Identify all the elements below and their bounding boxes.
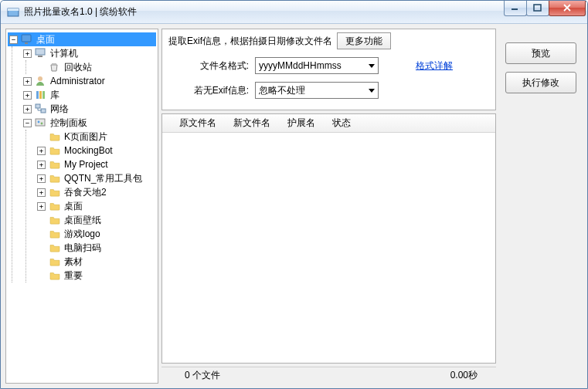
svg-rect-2	[512, 8, 518, 10]
noexif-combo[interactable]: 忽略不处理	[255, 82, 379, 99]
folder-icon	[49, 255, 61, 268]
tree-label: 桌面壁纸	[64, 214, 101, 227]
noexif-label: 若无Exif信息:	[172, 84, 249, 97]
svg-point-9	[38, 76, 42, 81]
svg-rect-13	[36, 104, 40, 108]
svg-rect-12	[42, 91, 45, 99]
folder-icon	[49, 144, 61, 157]
tree-node-folder[interactable]: K页面图片	[36, 130, 156, 144]
recycle-icon	[49, 61, 61, 73]
file-list[interactable]: 原文件名 新文件名 护展名 状态	[161, 113, 496, 364]
folder-icon	[49, 158, 61, 171]
svg-rect-1	[8, 8, 19, 11]
network-icon	[35, 103, 47, 115]
maximize-button[interactable]	[526, 1, 549, 16]
tree-node-folder[interactable]: +QQTN_常用工具包	[36, 171, 156, 185]
tree-node-network[interactable]: + 网络	[22, 102, 156, 116]
svg-rect-10	[36, 91, 39, 99]
tree-node-recycle[interactable]: 回收站	[36, 60, 156, 74]
svg-rect-11	[39, 91, 42, 99]
folder-icon	[49, 214, 61, 226]
col-new[interactable]: 新文件名	[233, 117, 270, 130]
expand-icon[interactable]: +	[37, 147, 46, 155]
folder-icon	[49, 242, 61, 254]
panel-description: 提取Exif信息，根据拍摄日期修改文件名	[168, 33, 332, 49]
tree-label: 游戏logo	[64, 228, 100, 241]
expand-icon[interactable]: +	[23, 49, 32, 58]
tree-label: 桌面	[36, 33, 55, 46]
expand-icon[interactable]: +	[37, 188, 46, 197]
tree-label: 素材	[64, 255, 83, 269]
folder-tree[interactable]: − 桌面 + 计算机 回收站	[5, 29, 158, 384]
folder-icon	[49, 200, 61, 212]
svg-rect-3	[534, 5, 541, 11]
tree-node-admin[interactable]: + Administrator	[22, 74, 156, 88]
tree-label: 重要	[64, 269, 83, 282]
tree-label: MockingBot	[64, 145, 113, 156]
tree-node-folder[interactable]: 重要	[36, 269, 156, 282]
svg-rect-15	[36, 119, 45, 126]
col-original[interactable]: 原文件名	[179, 117, 216, 130]
tree-node-folder[interactable]: +桌面	[36, 199, 156, 213]
computer-icon	[35, 47, 47, 59]
col-ext[interactable]: 护展名	[287, 117, 315, 130]
svg-rect-6	[36, 49, 45, 55]
folder-icon	[49, 186, 61, 198]
status-bar: 0 个文件 0.00秒	[161, 367, 496, 384]
svg-rect-8	[52, 63, 56, 65]
controlpanel-icon	[35, 117, 47, 129]
execute-button[interactable]: 执行修改	[505, 72, 576, 93]
tree-node-folder[interactable]: 素材	[36, 255, 156, 269]
expand-icon[interactable]: +	[23, 91, 32, 100]
collapse-icon[interactable]: −	[9, 36, 18, 44]
tree-node-folder[interactable]: 电脑扫码	[36, 241, 156, 255]
more-functions-button[interactable]: 更多功能	[337, 32, 391, 49]
chevron-down-icon	[369, 64, 375, 68]
tree-node-controlpanel[interactable]: − 控制面板	[22, 116, 156, 130]
tree-label: My Project	[64, 159, 108, 170]
tree-node-folder[interactable]: +MockingBot	[36, 144, 156, 157]
tree-node-library[interactable]: + 库	[22, 88, 156, 102]
tree-label: 桌面	[64, 200, 83, 213]
tree-node-folder[interactable]: +吞食天地2	[36, 185, 156, 199]
svg-point-16	[38, 121, 40, 123]
tree-node-folder[interactable]: +My Project	[36, 157, 156, 171]
svg-rect-5	[25, 42, 28, 44]
folder-icon	[49, 172, 61, 184]
app-icon	[7, 6, 19, 19]
user-icon	[35, 75, 47, 87]
collapse-icon[interactable]: −	[23, 119, 32, 127]
format-help-link[interactable]: 格式详解	[416, 59, 453, 73]
titlebar: 照片批量改名1.0 | 缤纷软件	[1, 1, 587, 24]
tree-node-desktop[interactable]: − 桌面	[8, 32, 156, 46]
format-label: 文件名格式:	[172, 59, 249, 73]
settings-panel: 提取Exif信息，根据拍摄日期修改文件名 更多功能 文件名格式: yyyyMMd…	[161, 29, 496, 110]
folder-icon	[49, 130, 61, 143]
tree-label: QQTN_常用工具包	[64, 172, 142, 185]
tree-node-computer[interactable]: + 计算机	[22, 46, 156, 60]
tree-label: 吞食天地2	[64, 186, 107, 199]
tree-node-folder[interactable]: 桌面壁纸	[36, 213, 156, 227]
expand-icon[interactable]: +	[37, 161, 46, 169]
svg-point-17	[41, 123, 43, 125]
svg-rect-7	[38, 56, 42, 57]
preview-button[interactable]: 预览	[505, 42, 576, 64]
action-panel: 预览 执行修改	[499, 29, 583, 384]
tree-label: 电脑扫码	[64, 242, 101, 255]
expand-icon[interactable]: +	[37, 174, 46, 183]
list-body	[162, 133, 495, 363]
chevron-down-icon	[369, 89, 375, 93]
folder-icon	[49, 269, 61, 282]
expand-icon[interactable]: +	[37, 202, 46, 211]
expand-icon[interactable]: +	[23, 77, 32, 86]
col-status[interactable]: 状态	[332, 117, 351, 130]
folder-icon	[49, 228, 61, 240]
svg-rect-4	[22, 35, 31, 42]
minimize-button[interactable]	[504, 1, 527, 16]
window-title: 照片批量改名1.0 | 缤纷软件	[24, 5, 505, 19]
tree-node-folder[interactable]: 游戏logo	[36, 227, 156, 241]
close-button[interactable]	[549, 1, 586, 16]
expand-icon[interactable]: +	[23, 105, 32, 113]
filename-format-combo[interactable]: yyyyMMddHHmmss	[255, 57, 379, 74]
desktop-icon	[21, 33, 33, 46]
